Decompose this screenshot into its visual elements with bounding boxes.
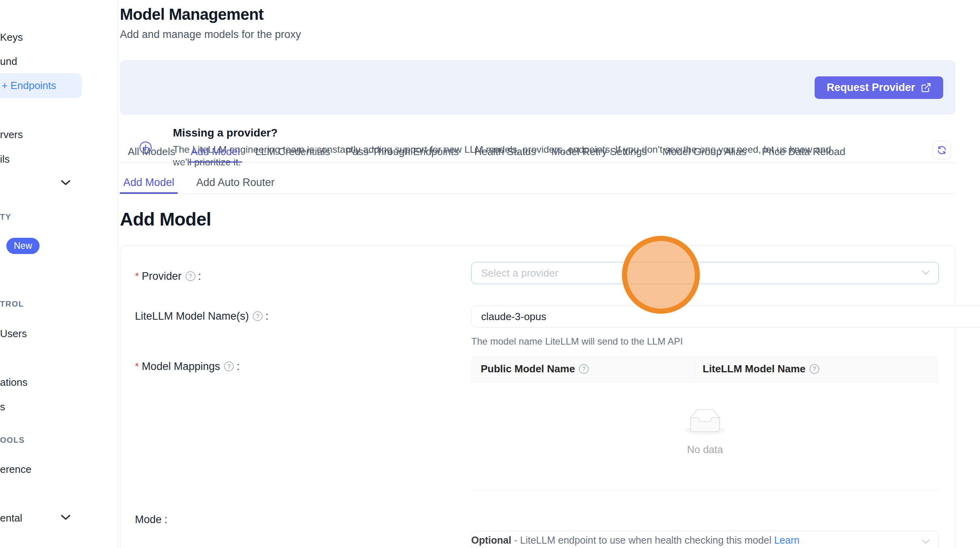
no-data-text: No data	[687, 444, 723, 456]
page-title: Model Management	[120, 6, 263, 23]
help-icon[interactable]: ?	[186, 271, 195, 281]
mode-helper-rest: - LiteLLM endpoint to use when health ch…	[511, 535, 774, 546]
help-icon[interactable]: ?	[579, 364, 589, 374]
tab-model-retry-settings[interactable]: Model Retry Settings	[549, 143, 649, 163]
banner-title: Missing a provider?	[173, 127, 278, 139]
sidebar-section-tools: OOLS	[0, 436, 25, 445]
help-icon[interactable]: ?	[809, 364, 819, 374]
chevron-down-icon	[922, 269, 930, 277]
sidebar-item-reference[interactable]: erence	[0, 463, 32, 476]
mode-label: Mode :	[135, 514, 167, 526]
add-model-heading: Add Model	[120, 209, 211, 230]
sidebar-item-keys[interactable]: Keys	[0, 31, 23, 44]
new-badge-label: New	[14, 241, 32, 251]
provider-placeholder: Select a provider	[481, 267, 558, 279]
sidebar-item-users[interactable]: Users	[0, 328, 27, 340]
label-colon: :	[265, 310, 269, 322]
required-marker: *	[135, 270, 139, 283]
sidebar-item-servers[interactable]: rvers	[0, 129, 23, 141]
external-link-icon	[921, 82, 931, 93]
tab-model-group-alias[interactable]: Model Group Alias	[660, 143, 749, 163]
subtab-add-model[interactable]: Add Model	[120, 174, 178, 194]
sidebar-item-experimental[interactable]: ental	[0, 512, 22, 524]
mappings-table-header: Public Model Name ? LiteLLM Model Name ?	[471, 356, 939, 383]
add-model-form-card: * Provider ? : Select a provider LiteLLM…	[120, 245, 955, 548]
model-mappings-table: Public Model Name ? LiteLLM Model Name ?	[471, 356, 939, 490]
sidebar-item-guardrails[interactable]: ils	[0, 153, 10, 165]
provider-label: * Provider ? :	[135, 270, 201, 283]
column-header-public-model-name: Public Model Name ?	[471, 363, 695, 375]
label-colon: :	[198, 270, 201, 283]
sidebar: Keys und + Endpoints rvers ils TY New TR…	[0, 0, 118, 548]
mappings-table-body: No data	[471, 383, 939, 490]
refresh-icon	[936, 145, 947, 155]
learn-more-link[interactable]: Learn	[774, 535, 800, 546]
chevron-down-icon[interactable]	[61, 514, 71, 522]
mode-helper-bold: Optional	[471, 535, 511, 546]
mode-label-text: Mode	[135, 514, 162, 526]
missing-provider-banner: Missing a provider? The LiteLLM engineer…	[120, 60, 955, 115]
sidebar-item-label: + Endpoints	[2, 80, 56, 92]
sidebar-section-access-control: TROL	[0, 300, 24, 309]
mode-helper-text: Optional - LiteLLM endpoint to use when …	[471, 535, 800, 546]
model-tabs: All Models Add Model LLM Credentials Pas…	[120, 143, 955, 163]
tab-pass-through-endpoints[interactable]: Pass-Through Endpoints	[343, 143, 461, 163]
request-provider-button[interactable]: Request Provider	[815, 76, 943, 99]
label-colon: :	[165, 514, 168, 526]
column-label: Public Model Name	[481, 363, 575, 375]
header-divider	[695, 362, 695, 376]
inbox-icon	[685, 409, 725, 436]
provider-label-text: Provider	[142, 270, 182, 283]
tab-health-status[interactable]: Health Status	[472, 143, 538, 163]
sidebar-item-models-endpoints[interactable]: + Endpoints	[0, 73, 82, 98]
tab-llm-credentials[interactable]: LLM Credentials	[253, 143, 332, 163]
page-subtitle: Add and manage models for the proxy	[120, 28, 301, 41]
empty-state: No data	[471, 409, 939, 456]
sidebar-item-playground[interactable]: und	[0, 55, 17, 68]
chevron-down-icon[interactable]	[61, 180, 71, 187]
tab-all-models[interactable]: All Models	[125, 143, 178, 163]
model-mappings-label: * Model Mappings ? :	[135, 360, 240, 373]
request-provider-label: Request Provider	[826, 82, 915, 94]
new-badge: New	[6, 238, 40, 254]
column-label: LiteLLM Model Name	[703, 363, 806, 375]
model-mappings-label-text: Model Mappings	[142, 360, 220, 373]
label-colon: :	[237, 360, 240, 373]
chevron-down-icon	[922, 539, 930, 546]
sidebar-section-observability: TY	[0, 212, 11, 222]
main-content: Model Management Add and manage models f…	[118, 0, 980, 548]
help-icon[interactable]: ?	[224, 362, 234, 372]
sidebar-item-teams[interactable]: s	[0, 401, 5, 413]
model-name-input[interactable]	[471, 305, 980, 328]
required-marker: *	[135, 360, 139, 373]
sidebar-item-organizations[interactable]: ations	[0, 376, 27, 389]
tab-add-model[interactable]: Add Model	[188, 143, 242, 163]
column-header-litellm-model-name: LiteLLM Model Name ?	[695, 363, 819, 375]
model-names-label-text: LiteLLM Model Name(s)	[135, 310, 249, 322]
add-model-subtabs: Add Model Add Auto Router	[120, 174, 955, 194]
model-name-helper-text: The model name LiteLLM will send to the …	[471, 336, 939, 347]
refresh-button[interactable]	[933, 141, 951, 159]
help-icon[interactable]: ?	[253, 311, 263, 321]
provider-select[interactable]: Select a provider	[471, 262, 939, 284]
model-names-label: LiteLLM Model Name(s) ? :	[135, 310, 269, 322]
tab-price-data-reload[interactable]: Price Data Reload	[760, 143, 848, 163]
subtab-add-auto-router[interactable]: Add Auto Router	[196, 174, 275, 194]
